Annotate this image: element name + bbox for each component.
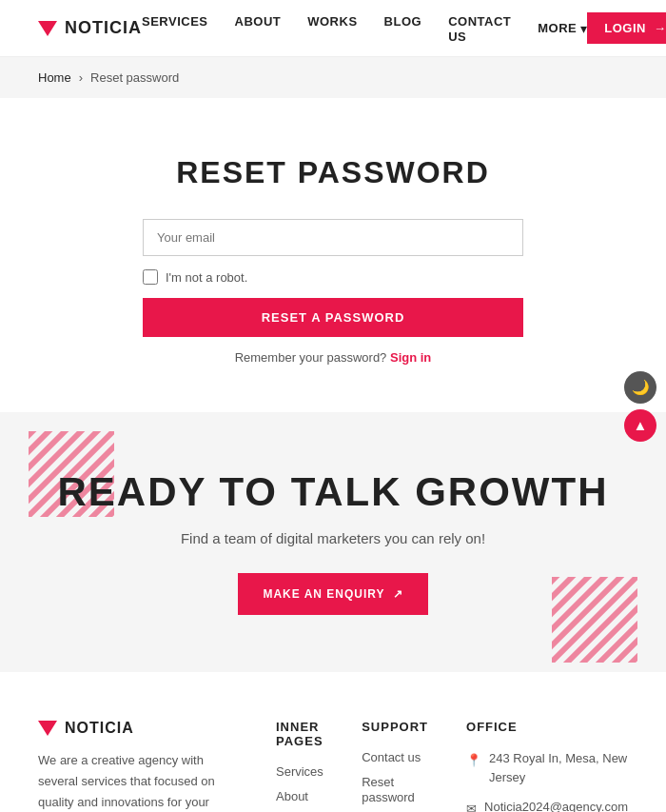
footer: NOTICIA We are a creative agency with se… [0, 672, 666, 812]
location-icon: 📍 [466, 751, 481, 770]
breadcrumb-current: Reset password [90, 70, 179, 85]
office-address: 243 Royal In, Mesa, New Jersey [489, 749, 628, 786]
theme-toggle-button[interactable]: 🌙 [624, 371, 656, 404]
navbar: NOTICIA Services About Works Blog Contac… [0, 0, 666, 57]
email-icon: ✉ [466, 800, 477, 812]
logo-triangle-icon [38, 21, 57, 36]
breadcrumb: Home › Reset password [0, 57, 666, 98]
cta-subtitle: Find a team of digital marketers you can… [181, 530, 485, 546]
moon-icon: 🌙 [632, 379, 650, 396]
login-button[interactable]: LOGIN → [587, 12, 666, 44]
footer-support-list: Contact us Reset password Sign up Sign i… [362, 749, 428, 812]
nav-item-works[interactable]: Works [307, 13, 357, 44]
breadcrumb-home[interactable]: Home [38, 70, 71, 85]
svg-rect-3 [552, 577, 637, 663]
chevron-down-icon: ▾ [580, 21, 587, 36]
footer-logo-triangle-icon [38, 721, 57, 736]
cta-title: READY TO TALK GROWTH [58, 469, 609, 515]
footer-link-about[interactable]: About [276, 788, 323, 803]
nav-links: Services About Works Blog Contact Us Mor… [142, 13, 587, 44]
nav-item-about[interactable]: About [235, 13, 282, 44]
footer-link-reset[interactable]: Reset password [362, 774, 428, 804]
arrow-right-icon: → [654, 21, 666, 35]
footer-description: We are a creative agency with several se… [38, 750, 238, 812]
footer-top: NOTICIA We are a creative agency with se… [38, 720, 628, 812]
nav-item-contact[interactable]: Contact Us [448, 13, 511, 44]
reset-form: I'm not a robot. RESET A PASSWORD Rememb… [143, 219, 523, 365]
footer-link-contact[interactable]: Contact us [362, 749, 428, 764]
scroll-top-button[interactable]: ▲ [624, 409, 656, 442]
floating-buttons: 🌙 ▲ [624, 371, 656, 442]
robot-checkbox[interactable] [143, 269, 158, 285]
footer-support-title: SUPPORT [362, 720, 428, 734]
office-email: Noticia2024@agency.com [484, 798, 628, 812]
footer-inner-pages-list: Services About Works Clients Blog [276, 763, 323, 812]
footer-inner-pages: INNER PAGES Services About Works Clients… [276, 720, 323, 812]
footer-logo[interactable]: NOTICIA [38, 720, 238, 737]
nav-item-services[interactable]: Services [142, 13, 208, 44]
footer-office: OFFICE 📍 243 Royal In, Mesa, New Jersey … [466, 720, 628, 812]
cta-section: READY TO TALK GROWTH Find a team of digi… [0, 412, 666, 672]
reset-password-button[interactable]: RESET A PASSWORD [143, 298, 523, 337]
footer-support: SUPPORT Contact us Reset password Sign u… [362, 720, 428, 812]
page-title: RESET PASSWORD [176, 155, 490, 190]
nav-logo[interactable]: NOTICIA [38, 18, 142, 38]
nav-item-blog[interactable]: Blog [384, 13, 422, 44]
email-input[interactable] [143, 219, 523, 256]
arrow-icon: ↗ [393, 587, 403, 601]
reset-password-section: RESET PASSWORD I'm not a robot. RESET A … [0, 98, 666, 412]
deco-bottom-right [552, 577, 637, 663]
enquiry-button[interactable]: MAKE AN ENQUIRY ↗ [238, 573, 427, 615]
office-address-row: 📍 243 Royal In, Mesa, New Jersey [466, 749, 628, 786]
logo-text: NOTICIA [65, 18, 142, 38]
signin-link[interactable]: Sign in [390, 350, 431, 365]
office-email-row: ✉ Noticia2024@agency.com [466, 798, 628, 812]
footer-office-title: OFFICE [466, 720, 628, 734]
robot-row: I'm not a robot. [143, 269, 523, 285]
nav-item-more[interactable]: More ▾ [538, 13, 587, 44]
breadcrumb-separator: › [79, 70, 83, 85]
footer-inner-pages-title: INNER PAGES [276, 720, 323, 748]
footer-link-services[interactable]: Services [276, 763, 323, 779]
footer-brand: NOTICIA We are a creative agency with se… [38, 720, 238, 812]
remember-row: Remember your password? Sign in [143, 350, 523, 365]
robot-label: I'm not a robot. [166, 270, 247, 285]
chevron-up-icon: ▲ [634, 417, 648, 433]
footer-logo-text: NOTICIA [65, 720, 134, 737]
